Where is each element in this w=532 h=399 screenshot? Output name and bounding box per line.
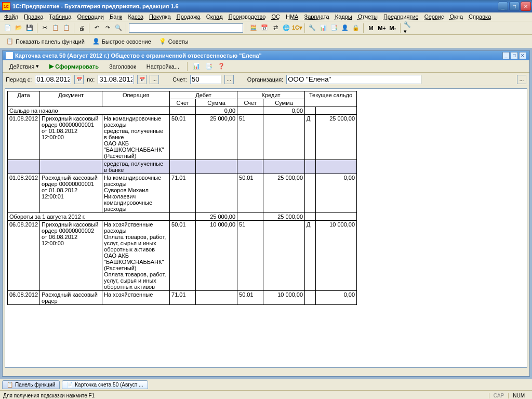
- period-picker-button[interactable]: ...: [150, 75, 159, 84]
- tool3-icon[interactable]: 📑: [329, 23, 339, 33]
- redo-icon[interactable]: ↷: [103, 23, 112, 33]
- quick-learn-button[interactable]: 👤 Быстрое освоение: [89, 37, 154, 46]
- m-plus-button[interactable]: M+: [377, 23, 387, 33]
- tab-panel[interactable]: 📋 Панель функций: [2, 380, 60, 389]
- menu-nma[interactable]: НМА: [286, 14, 298, 20]
- menu-salary[interactable]: Зарплата: [304, 14, 329, 20]
- settings-button[interactable]: Настройка...: [143, 62, 183, 71]
- actions-label: Действия: [9, 63, 34, 70]
- opening-debit: 0,00: [196, 107, 237, 115]
- cell-op: На командировочные расходы Суворов Михаи…: [102, 174, 170, 213]
- browser-icon[interactable]: 🌐: [282, 23, 291, 33]
- mdi-close-button[interactable]: ✕: [519, 52, 526, 59]
- paste-icon[interactable]: 📋: [62, 23, 71, 33]
- actions-menu[interactable]: Действия ▾: [6, 61, 43, 71]
- m-minus-button[interactable]: M-: [388, 23, 397, 33]
- cell-date: 06.08.2012: [8, 291, 40, 305]
- open-icon[interactable]: 📂: [14, 23, 23, 33]
- tool-a-icon[interactable]: 📊: [192, 62, 201, 71]
- org-picker-button[interactable]: ...: [517, 75, 526, 84]
- cut-icon[interactable]: ✂: [40, 23, 49, 33]
- new-icon[interactable]: 📄: [3, 23, 12, 33]
- calendar-icon[interactable]: 📅: [260, 23, 269, 33]
- account-picker-button[interactable]: ...: [224, 75, 234, 84]
- actions-bar: Действия ▾ ▶ Сформировать Заголовок Наст…: [3, 60, 529, 73]
- tips-button[interactable]: 💡 Советы: [156, 37, 191, 46]
- bulb-icon: 💡: [159, 38, 166, 45]
- menu-reports[interactable]: Отчеты: [358, 14, 378, 20]
- minimize-button[interactable]: _: [498, 2, 508, 11]
- undo-icon[interactable]: ↶: [92, 23, 101, 33]
- tool2-icon[interactable]: 📊: [318, 23, 328, 33]
- table-row[interactable]: 06.08.2012 Приходный кассовый ордер 0000…: [8, 221, 357, 291]
- menu-enterprise[interactable]: Предприятие: [383, 14, 419, 20]
- m-button[interactable]: M: [366, 23, 376, 33]
- period-to-input[interactable]: [98, 75, 134, 84]
- menu-service[interactable]: Сервис: [424, 14, 444, 20]
- print-icon[interactable]: 🖨: [77, 23, 86, 33]
- compare-icon[interactable]: ⇄: [271, 23, 280, 33]
- settings-icon[interactable]: 🔧▾: [403, 23, 413, 33]
- menu-production[interactable]: Производство: [229, 14, 266, 20]
- period-from-input[interactable]: [35, 75, 71, 84]
- user-icon: 👤: [92, 38, 100, 45]
- cell-bal: 0,00: [315, 291, 356, 305]
- menu-hr[interactable]: Кадры: [335, 14, 352, 20]
- menu-kassa[interactable]: Касса: [128, 14, 143, 20]
- menu-os[interactable]: ОС: [271, 14, 280, 20]
- toolbar-secondary: 📋 Показать панель функций 👤 Быстрое осво…: [0, 35, 532, 48]
- mdi-window-controls: _ □ ✕: [502, 52, 526, 59]
- tool5-icon[interactable]: 🔒: [351, 23, 361, 33]
- mdi-restore-button[interactable]: □: [511, 52, 518, 59]
- highlighted-row[interactable]: средства, полученные в банке: [8, 160, 357, 174]
- params-bar: Период с: 📅 по: 📅 ... Счет: ... Организа…: [3, 73, 529, 86]
- tab-card[interactable]: 📄 Карточка счета 50 (Август ...: [62, 380, 148, 389]
- form-button[interactable]: ▶ Сформировать: [46, 61, 102, 71]
- menu-windows[interactable]: Окна: [449, 14, 463, 20]
- mdi-minimize-button[interactable]: _: [502, 52, 510, 59]
- col-credit: Кредит: [237, 91, 305, 99]
- col-date: Дата: [8, 91, 40, 107]
- search-input[interactable]: [129, 23, 243, 33]
- account-input[interactable]: [190, 75, 221, 84]
- menu-sale[interactable]: Продажа: [177, 14, 201, 20]
- table-row[interactable]: 01.08.2012 Расходный кассовый ордер 0000…: [8, 174, 357, 213]
- copy-icon[interactable]: 📋: [51, 23, 60, 33]
- menu-bank[interactable]: Банк: [110, 14, 122, 20]
- report-area[interactable]: Дата Документ Операция Дебет Кредит Теку…: [5, 88, 527, 368]
- form-label: Сформировать: [55, 63, 99, 70]
- tool-b-icon[interactable]: 📑: [204, 62, 214, 71]
- save-icon[interactable]: 💾: [25, 23, 34, 33]
- close-button[interactable]: ✕: [521, 2, 531, 11]
- separator: [400, 23, 401, 33]
- cell-d-acct: 71.01: [170, 291, 196, 305]
- menu-warehouse[interactable]: Склад: [206, 14, 223, 20]
- cell-bal-d: Д: [305, 115, 316, 160]
- calendar-to-button[interactable]: 📅: [137, 75, 147, 84]
- menu-help[interactable]: Справка: [469, 14, 491, 20]
- cell-d-acct: 50.01: [170, 115, 196, 160]
- menu-table[interactable]: Таблица: [49, 14, 71, 20]
- header-button[interactable]: Заголовок: [105, 62, 140, 71]
- report-icon: [6, 52, 13, 59]
- calendar-from-button[interactable]: 📅: [74, 75, 84, 84]
- menu-edit[interactable]: Правка: [24, 14, 43, 20]
- show-panel-button[interactable]: 📋 Показать панель функций: [3, 37, 88, 46]
- menu-operations[interactable]: Операции: [77, 14, 104, 20]
- org-input[interactable]: [286, 75, 421, 84]
- info-icon[interactable]: 1C▾: [292, 23, 302, 33]
- tool4-icon[interactable]: 👤: [340, 23, 350, 33]
- report-window: Карточка счета 50 (Август 2012 г.) Общес…: [2, 50, 530, 377]
- table-row[interactable]: 01.08.2012 Приходный кассовый ордер 0000…: [8, 115, 357, 160]
- find-icon[interactable]: 🔍: [114, 23, 123, 33]
- cell-d-acct: 71.01: [170, 174, 196, 213]
- table-row[interactable]: 06.08.2012 Расходный кассовый ордер На х…: [8, 291, 357, 305]
- maximize-button[interactable]: □: [509, 2, 520, 11]
- tool-icon[interactable]: 🔧: [308, 23, 317, 33]
- quick-learn-label: Быстрое освоение: [102, 38, 151, 45]
- help-icon[interactable]: ❓: [217, 62, 226, 71]
- menu-file[interactable]: Файл: [4, 14, 18, 20]
- cell-c-sum: 10 000,00: [263, 291, 305, 305]
- menu-purchase[interactable]: Покупка: [149, 14, 171, 20]
- calc-icon[interactable]: 🧮: [249, 23, 258, 33]
